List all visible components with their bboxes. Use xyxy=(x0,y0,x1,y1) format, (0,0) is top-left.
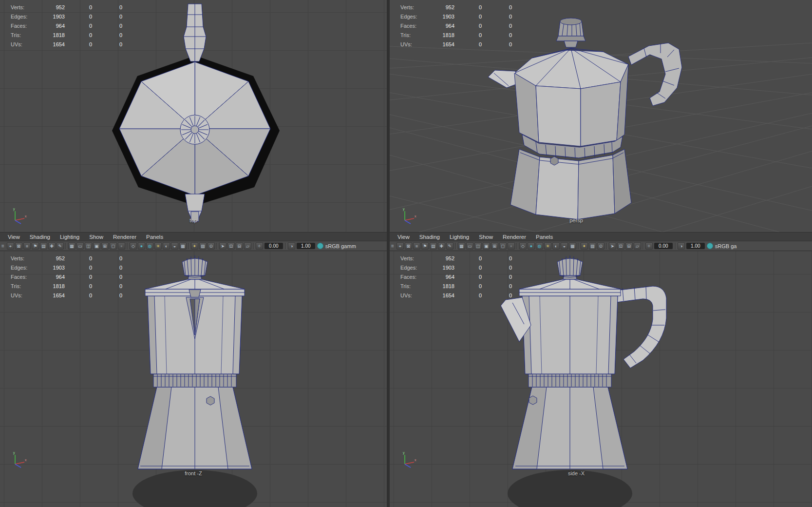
menu-view[interactable]: View xyxy=(3,234,25,240)
safe-title-icon[interactable]: ▫ xyxy=(118,242,125,250)
select-tool-icon[interactable]: ➤ xyxy=(609,242,616,250)
textured-mode-icon[interactable]: ◍ xyxy=(146,242,153,250)
toolbar-grip-icon[interactable]: ≡ xyxy=(1,243,4,249)
wireframe-mode-icon[interactable]: ◇ xyxy=(130,242,137,250)
field-chart-icon[interactable]: ⊞ xyxy=(101,242,109,250)
menu-show[interactable]: Show xyxy=(474,234,498,240)
gamma-icon[interactable]: ◑ xyxy=(678,242,685,250)
hud-stat-value: 0 xyxy=(482,255,512,261)
xray-mode-icon[interactable]: ▨ xyxy=(199,242,207,250)
menu-show[interactable]: Show xyxy=(84,234,108,240)
backface-culling-icon[interactable]: ⊙ xyxy=(597,242,604,250)
viewport-panel-persp: Verts:95200Edges:190300Faces:96400Tris:1… xyxy=(390,0,812,232)
ambient-occlusion-icon[interactable]: ◒ xyxy=(561,242,568,250)
field-chart-icon[interactable]: ⊞ xyxy=(491,242,498,250)
grid-toggle-icon[interactable]: ▦ xyxy=(458,242,465,250)
smooth-shade-icon[interactable]: ● xyxy=(528,242,535,250)
viewport-persp[interactable]: Verts:95200Edges:190300Faces:96400Tris:1… xyxy=(390,0,812,232)
image-plane-icon[interactable]: ▤ xyxy=(430,242,437,250)
copy-layout-icon[interactable]: ⊡ xyxy=(617,242,624,250)
ambient-occlusion-icon[interactable]: ◒ xyxy=(171,242,178,250)
lock-camera-icon[interactable]: ⊠ xyxy=(15,242,22,250)
svg-text:y: y xyxy=(13,451,15,455)
toolbar-grip-icon[interactable]: ≡ xyxy=(391,243,394,249)
image-plane-icon[interactable]: ▤ xyxy=(40,242,47,250)
use-all-lights-icon[interactable]: ☀ xyxy=(544,242,551,250)
select-camera-icon[interactable]: ⌖ xyxy=(397,242,404,250)
hud-stat-value: 0 xyxy=(454,14,482,20)
pan-zoom-icon[interactable]: ✚ xyxy=(48,242,56,250)
default-lighting-icon[interactable]: ✦ xyxy=(191,242,198,250)
gamma-icon[interactable]: ◑ xyxy=(288,242,295,250)
film-gate-icon[interactable]: ▭ xyxy=(466,242,473,250)
gate-mask-icon[interactable]: ▣ xyxy=(483,242,490,250)
viewport-side[interactable]: Verts:95200Edges:190300Faces:96400Tris:1… xyxy=(390,251,812,507)
hud-stat-value: 0 xyxy=(65,14,92,20)
toolbar-separator xyxy=(517,243,517,249)
viewport-top[interactable]: Verts:95200Edges:190300Faces:96400Tris:1… xyxy=(0,0,387,232)
hud-row: UVs:165400 xyxy=(400,39,512,49)
gate-mask-icon[interactable]: ▣ xyxy=(93,242,100,250)
safe-action-icon[interactable]: ◻ xyxy=(499,242,507,250)
menu-shading[interactable]: Shading xyxy=(415,234,445,240)
colorspace-selector[interactable]: sRGB gamm xyxy=(325,243,356,249)
use-all-lights-icon[interactable]: ☀ xyxy=(154,242,162,250)
exposure-field[interactable]: 0.00 xyxy=(264,243,283,249)
gamma-field[interactable]: 1.00 xyxy=(297,243,315,249)
resolution-gate-icon[interactable]: ◫ xyxy=(85,242,92,250)
safe-title-icon[interactable]: ▫ xyxy=(508,242,515,250)
grease-pencil-icon[interactable]: ✎ xyxy=(446,242,453,250)
camera-attributes-icon[interactable]: ≡ xyxy=(413,242,420,250)
viewport-front[interactable]: Verts:95200Edges:190300Faces:96400Tris:1… xyxy=(0,251,387,507)
menu-lighting[interactable]: Lighting xyxy=(55,234,84,240)
hud-stat-label: Verts: xyxy=(11,4,39,10)
bookmark-icon[interactable]: ⚑ xyxy=(32,242,39,250)
shadows-toggle-icon[interactable]: ◐ xyxy=(552,242,560,250)
grease-pencil-icon[interactable]: ✎ xyxy=(57,242,64,250)
copy-layout-icon[interactable]: ⊡ xyxy=(227,242,235,250)
camera-attributes-icon[interactable]: ≡ xyxy=(23,242,31,250)
film-gate-icon[interactable]: ▭ xyxy=(76,242,84,250)
select-tool-icon[interactable]: ➤ xyxy=(219,242,227,250)
colorspace-selector[interactable]: sRGB ga xyxy=(715,243,737,249)
color-management-icon[interactable] xyxy=(707,243,713,249)
menu-shading[interactable]: Shading xyxy=(25,234,55,240)
color-management-icon[interactable] xyxy=(317,243,323,249)
menu-panels[interactable]: Panels xyxy=(141,234,168,240)
exposure-icon[interactable]: ✧ xyxy=(256,242,263,250)
pan-zoom-icon[interactable]: ✚ xyxy=(438,242,445,250)
menu-renderer[interactable]: Renderer xyxy=(108,234,141,240)
menu-view[interactable]: View xyxy=(393,234,415,240)
viewport-toolbar: ≡⌖⊠≡⚑▤✚✎▦▭◫▣⊞◻▫◇●◍☀◐◒▩✦▨⊙➤⊡⊟▱✧0.00◑1.00s… xyxy=(390,241,812,251)
safe-action-icon[interactable]: ◻ xyxy=(110,242,117,250)
textured-mode-icon[interactable]: ◍ xyxy=(536,242,543,250)
paste-layout-icon[interactable]: ⊟ xyxy=(625,242,633,250)
menu-lighting[interactable]: Lighting xyxy=(445,234,474,240)
exposure-icon[interactable]: ✧ xyxy=(645,242,653,250)
viewport-snapshot-icon[interactable]: ▱ xyxy=(244,242,251,250)
backface-culling-icon[interactable]: ⊙ xyxy=(208,242,215,250)
hud-stat-value: 0 xyxy=(454,274,482,280)
paste-layout-icon[interactable]: ⊟ xyxy=(236,242,243,250)
shadows-toggle-icon[interactable]: ◐ xyxy=(163,242,170,250)
wireframe-mode-icon[interactable]: ◇ xyxy=(519,242,527,250)
smooth-shade-icon[interactable]: ● xyxy=(138,242,145,250)
hud-row: Tris:181800 xyxy=(11,281,122,291)
anti-aliasing-icon[interactable]: ▩ xyxy=(179,242,187,250)
bookmark-icon[interactable]: ⚑ xyxy=(421,242,429,250)
xray-mode-icon[interactable]: ▨ xyxy=(589,242,596,250)
default-lighting-icon[interactable]: ✦ xyxy=(581,242,588,250)
select-camera-icon[interactable]: ⌖ xyxy=(7,242,14,250)
menu-renderer[interactable]: Renderer xyxy=(498,234,531,240)
exposure-field[interactable]: 0.00 xyxy=(654,243,673,249)
lock-camera-icon[interactable]: ⊠ xyxy=(405,242,412,250)
menu-panels[interactable]: Panels xyxy=(531,234,558,240)
hud-stats: Verts:95200Edges:190300Faces:96400Tris:1… xyxy=(400,254,512,300)
anti-aliasing-icon[interactable]: ▩ xyxy=(569,242,576,250)
grid-toggle-icon[interactable]: ▦ xyxy=(68,242,76,250)
toolbar-separator xyxy=(217,243,217,249)
resolution-gate-icon[interactable]: ◫ xyxy=(474,242,482,250)
gamma-field[interactable]: 1.00 xyxy=(686,243,705,249)
viewport-snapshot-icon[interactable]: ▱ xyxy=(634,242,641,250)
viewport-label-side: side -X xyxy=(390,470,763,476)
